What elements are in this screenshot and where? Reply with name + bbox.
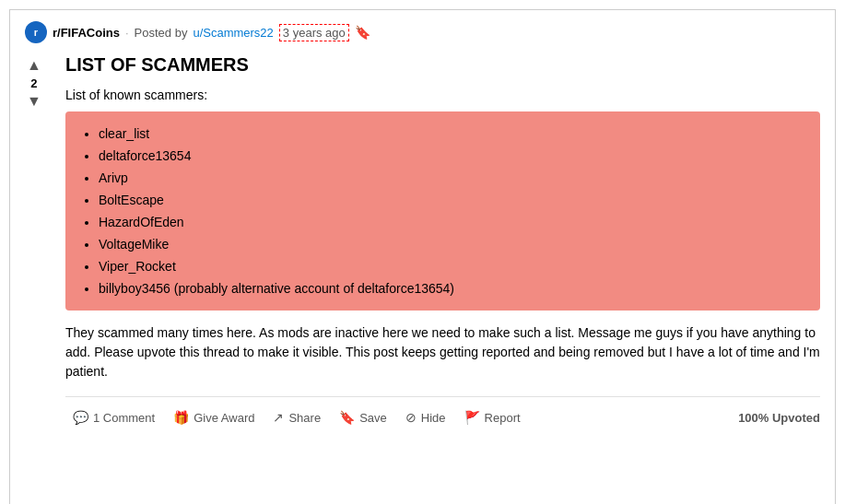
list-item: VoltageMike (99, 233, 805, 255)
save-label: Save (359, 411, 387, 425)
list-item: Viper_Rocket (99, 255, 805, 277)
save-button[interactable]: 🔖 Save (332, 406, 394, 428)
list-item: HazardOfEden (99, 211, 805, 233)
hide-icon: ⊘ (405, 410, 417, 425)
hide-button[interactable]: ⊘ Hide (398, 406, 453, 428)
upvote-button[interactable]: ▲ (25, 56, 43, 75)
hide-label: Hide (421, 411, 446, 425)
award-label: Give Award (194, 411, 254, 425)
post-timestamp: 3 years ago (279, 24, 349, 41)
vote-count: 2 (30, 76, 37, 90)
posted-by-label: Posted by (135, 26, 188, 40)
list-item: deltaforce13654 (99, 145, 805, 167)
post-body: They scammed many times here. As mods ar… (65, 323, 820, 381)
subreddit-name[interactable]: r/FIFACoins (53, 26, 120, 40)
post-intro: List of known scammers: (65, 88, 820, 102)
share-button[interactable]: ↗ Share (265, 406, 328, 428)
comment-label: 1 Comment (93, 411, 155, 425)
share-label: Share (288, 411, 321, 425)
post-card: r r/FIFACoins · Posted by u/Scammers22 3… (9, 9, 836, 504)
list-item: Arivp (99, 167, 805, 189)
list-item: billyboy3456 (probably alternative accou… (99, 277, 805, 299)
subreddit-icon: r (25, 21, 47, 43)
comment-icon: 💬 (73, 410, 88, 425)
post-header: r r/FIFACoins · Posted by u/Scammers22 3… (25, 21, 820, 43)
list-item: BoltEscape (99, 189, 805, 211)
post-username[interactable]: u/Scammers22 (193, 26, 273, 40)
award-icon: 🎁 (173, 410, 189, 425)
save-icon: 🔖 (339, 410, 355, 425)
downvote-button[interactable]: ▼ (25, 92, 43, 111)
subreddit-icon-text: r (34, 27, 38, 38)
give-award-button[interactable]: 🎁 Give Award (166, 406, 262, 428)
post-title: LIST OF SCAMMERS (65, 53, 820, 76)
report-label: Report (485, 411, 521, 425)
vote-area: ▲ 2 ▼ (25, 56, 43, 111)
upvote-percentage: 100% Upvoted (738, 411, 820, 425)
share-icon: ↗ (273, 410, 284, 425)
bookmark-icon[interactable]: 🔖 (355, 25, 370, 40)
comment-button[interactable]: 💬 1 Comment (65, 406, 162, 428)
header-separator: · (125, 26, 129, 40)
list-item: clear_list (99, 123, 805, 145)
scammer-list-box: clear_listdeltaforce13654ArivpBoltEscape… (65, 111, 820, 311)
action-bar: 💬 1 Comment 🎁 Give Award ↗ Share 🔖 Save … (65, 396, 820, 428)
report-button[interactable]: 🚩 Report (457, 406, 528, 428)
report-icon: 🚩 (464, 410, 480, 425)
post-content: LIST OF SCAMMERS List of known scammers:… (65, 53, 820, 428)
scammer-list: clear_listdeltaforce13654ArivpBoltEscape… (80, 123, 805, 299)
